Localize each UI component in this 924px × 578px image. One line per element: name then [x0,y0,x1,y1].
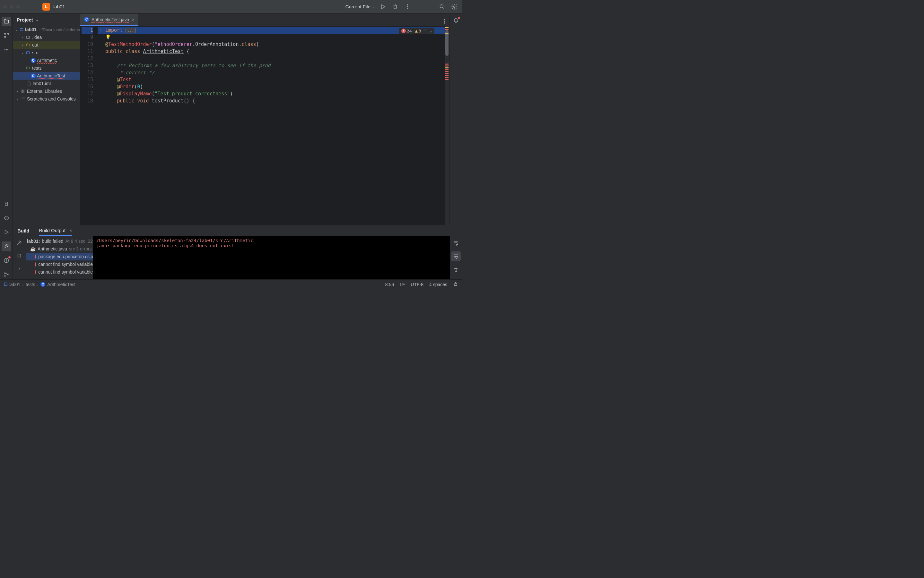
fold-toggle[interactable]: › [97,27,104,34]
window-controls[interactable] [3,5,20,9]
tree-class-arithmetic[interactable]: C Arithmetic [13,57,80,64]
soft-wrap-button[interactable] [451,238,461,248]
tree-root[interactable]: ⌄ lab01 ~/Downloads/skeleton-fa24 [13,26,80,33]
build-summary[interactable]: lab01: build failed At 8 4 sec, 323 ms [26,237,93,245]
tree-folder-src[interactable]: ⌄ src [13,49,80,57]
breadcrumb-class[interactable]: ArithmeticTest [47,282,75,287]
inspection-widget[interactable]: !24 ▲3 ⌃ ⌄ [399,28,434,34]
line-separator[interactable]: LF [400,282,405,287]
build-hammer-button[interactable] [15,238,24,248]
scroll-to-end-button[interactable] [451,252,461,261]
encoding[interactable]: UTF-8 [411,282,423,287]
breadcrumb-module[interactable]: lab01 [9,282,20,287]
tree-folder-tests[interactable]: ⌄ tests [13,64,80,72]
run-tool-button[interactable] [2,227,11,237]
error-marker[interactable] [445,69,449,70]
line-number[interactable]: 16 [81,83,93,90]
build-file[interactable]: ☕ Arithmetic.java src 3 errors [26,245,93,253]
run-button[interactable] [379,2,387,11]
error-marker[interactable] [445,73,449,74]
build-tab-output[interactable]: Build Output × [39,226,73,236]
readonly-lock-icon[interactable] [453,281,458,287]
tree-folder-idea[interactable]: › .idea [13,33,80,41]
more-tools-button[interactable] [2,45,11,55]
notifications-button[interactable] [451,16,461,26]
error-marker[interactable] [445,75,449,76]
code-content[interactable]: import ... @TestMethodOrder(MethodOrdere… [104,26,449,225]
editor-body[interactable]: 1 9 10 11 12 13 14 15 16 17 18 › [80,26,449,225]
line-number[interactable]: 15 [81,76,93,83]
debug-button[interactable] [391,2,400,11]
warning-marker[interactable] [445,33,449,34]
line-number[interactable]: 18 [81,97,93,104]
line-number[interactable]: 17 [81,90,93,97]
line-number[interactable]: 10 [81,41,93,48]
error-marker[interactable] [445,65,449,67]
next-error-button[interactable]: ⌄ [430,29,432,33]
search-button[interactable] [438,2,447,11]
expand-icon[interactable]: › [15,97,19,101]
bookmarks-tool-button[interactable] [2,199,11,209]
caret-position[interactable]: 8:56 [385,282,394,287]
project-badge[interactable]: L [42,3,50,11]
vcs-tool-button[interactable] [2,270,11,279]
breadcrumb[interactable]: lab01 › tests › C ArithmeticTest [4,282,75,287]
project-panel-header[interactable]: Project ⌄ [13,13,80,26]
warning-marker[interactable] [445,67,449,68]
line-gutter[interactable]: 1 9 10 11 12 13 14 15 16 17 18 [80,26,97,225]
build-next-button[interactable]: › [15,264,24,273]
line-number[interactable]: 12 [81,55,93,62]
line-number[interactable]: 11 [81,48,93,55]
build-tab-main[interactable]: Build [17,226,29,235]
breadcrumb-folder[interactable]: tests [26,282,35,287]
fold-marker[interactable]: ... [126,28,136,33]
error-marker[interactable] [445,29,449,30]
expand-icon[interactable]: › [15,89,19,93]
error-stripe[interactable] [445,26,449,225]
build-error-row[interactable]: ! package edu.princeton.cs.algs4 [26,253,93,260]
tree-folder-out[interactable]: › out [13,41,80,49]
clear-button[interactable] [451,265,461,274]
expand-icon[interactable]: ⌄ [21,67,24,70]
tree-file-iml[interactable]: lab01.iml [13,80,80,87]
zoom-window-icon[interactable] [16,5,20,9]
indent-setting[interactable]: 4 spaces [429,282,447,287]
expand-icon[interactable]: ⌄ [15,28,18,31]
warning-marker[interactable] [445,27,449,28]
line-number[interactable]: 9 [81,34,93,41]
build-error-row[interactable]: ! cannot find symbol variable Sto [26,260,93,268]
structure-tool-button[interactable] [2,31,11,41]
build-error-row[interactable]: ! cannot find symbol variable Sto [26,268,93,276]
tree-scratches[interactable]: › Scratches and Consoles [13,95,80,103]
line-number[interactable]: 13 [81,62,93,69]
error-marker[interactable] [445,63,449,65]
tree-external-libraries[interactable]: › External Libraries [13,87,80,95]
error-marker[interactable] [445,79,449,80]
build-output-console[interactable]: /Users/peyrin/Downloads/skeleton-fa24/la… [93,236,450,279]
build-stop-button[interactable] [15,251,24,260]
close-tab-button[interactable]: × [69,228,72,233]
settings-button[interactable] [450,2,459,11]
error-marker[interactable] [445,71,449,72]
line-number[interactable]: 14 [81,69,93,76]
build-tool-button[interactable] [2,242,11,251]
project-name[interactable]: lab01 ⌄ [53,4,70,9]
editor-menu-button[interactable] [440,17,449,26]
expand-icon[interactable]: › [21,36,24,39]
close-tab-button[interactable]: × [131,17,134,22]
minimize-window-icon[interactable] [10,5,13,9]
run-config-selector[interactable]: Current File ⌄ [345,4,375,9]
project-tool-button[interactable] [2,17,11,26]
close-window-icon[interactable] [3,5,7,9]
services-tool-button[interactable] [2,213,11,223]
expand-icon[interactable]: ⌄ [21,51,24,55]
editor-tab-active[interactable]: C ArithmeticTest.java × [80,14,138,26]
prev-error-button[interactable]: ⌃ [425,29,427,33]
tree-class-arithmetic-test[interactable]: C ArithmeticTest [13,72,80,80]
intention-bulb-icon[interactable]: 💡 [105,34,111,39]
line-number[interactable]: 1 [81,27,93,34]
more-actions-button[interactable] [403,2,412,11]
error-marker[interactable] [445,77,449,78]
expand-icon[interactable]: › [21,43,24,47]
problems-tool-button[interactable] [2,256,11,265]
